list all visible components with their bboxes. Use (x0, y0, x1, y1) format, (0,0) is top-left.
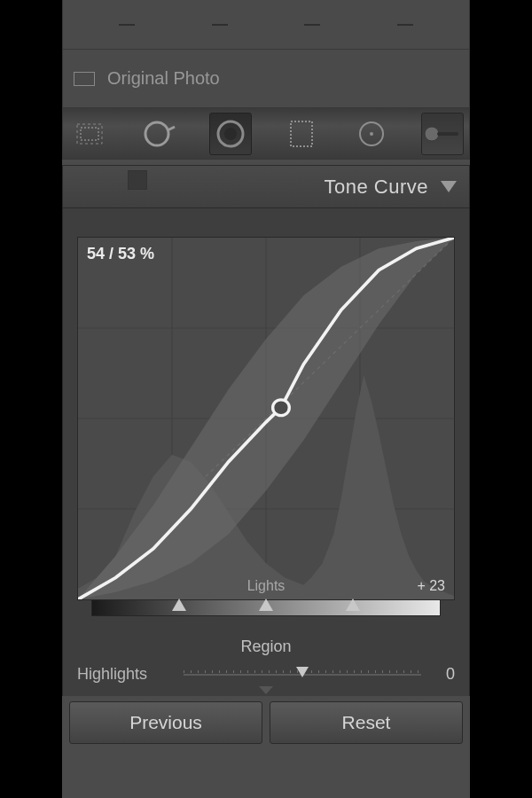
adjustment-brush-icon (423, 121, 462, 147)
crop-tool-icon (74, 121, 105, 146)
range-splitter[interactable] (91, 600, 441, 616)
dash-icon (119, 24, 135, 26)
panel-switch[interactable] (128, 170, 147, 190)
panel-title: Tone Curve (324, 176, 428, 199)
svg-rect-5 (291, 121, 312, 146)
collapsed-section-dashes (62, 0, 470, 50)
adjustment-brush-tool[interactable] (421, 113, 464, 155)
highlights-row: Highlights 0 (77, 665, 455, 684)
original-photo-row: Original Photo (62, 50, 470, 108)
radial-filter-tool[interactable] (350, 113, 393, 155)
dash-icon (304, 24, 320, 26)
disclosure-triangle-icon (441, 181, 457, 192)
spot-removal-tool[interactable] (139, 113, 182, 155)
highlights-slider-thumb[interactable] (296, 667, 309, 677)
reset-button[interactable]: Reset (270, 701, 463, 744)
region-heading: Region (77, 638, 455, 656)
crop-tool[interactable] (68, 113, 111, 155)
split-handle-highlights[interactable] (346, 598, 360, 611)
svg-point-8 (425, 127, 439, 141)
svg-rect-9 (437, 132, 458, 136)
chevron-down-icon (259, 686, 273, 694)
highlights-slider[interactable] (184, 670, 421, 679)
collapse-toggle[interactable] (63, 684, 469, 696)
svg-rect-1 (81, 128, 98, 140)
develop-panel: Original Photo (62, 0, 470, 798)
original-photo-checkbox[interactable] (74, 72, 95, 86)
previous-button-label: Previous (129, 712, 202, 733)
highlights-label: Highlights (77, 665, 175, 684)
tone-curve-header[interactable]: Tone Curve (63, 166, 469, 208)
reset-button-label: Reset (342, 712, 391, 733)
spot-removal-icon (143, 118, 178, 150)
tone-curve-svg (78, 238, 454, 599)
svg-point-7 (370, 132, 373, 136)
previous-button[interactable]: Previous (69, 701, 262, 744)
curve-zone-value: + 23 (417, 578, 445, 594)
curve-area: 54 / 53 % Lights + 23 (77, 237, 455, 616)
curve-zone-label: Lights (247, 578, 286, 594)
radial-filter-icon (356, 118, 387, 150)
split-handle-shadows[interactable] (172, 598, 186, 611)
highlights-value: 0 (430, 665, 455, 684)
redeye-tool[interactable] (209, 113, 252, 155)
original-photo-label: Original Photo (107, 68, 220, 89)
curve-readout: 54 / 53 % (87, 245, 154, 263)
tone-curve-graph[interactable]: 54 / 53 % Lights + 23 (77, 237, 455, 600)
local-adjustment-toolbar (62, 108, 470, 160)
svg-point-2 (145, 122, 168, 145)
dash-icon (397, 24, 413, 26)
svg-point-20 (273, 400, 290, 416)
svg-point-4 (224, 128, 237, 140)
region-section: Region Highlights 0 (63, 632, 469, 684)
graduated-filter-tool[interactable] (280, 113, 323, 155)
footer-buttons: Previous Reset (69, 701, 463, 744)
dash-icon (212, 24, 228, 26)
redeye-icon (215, 118, 246, 150)
tone-curve-panel: Tone Curve (62, 165, 470, 696)
split-handle-mid[interactable] (259, 598, 273, 611)
graduated-filter-icon (289, 120, 314, 148)
